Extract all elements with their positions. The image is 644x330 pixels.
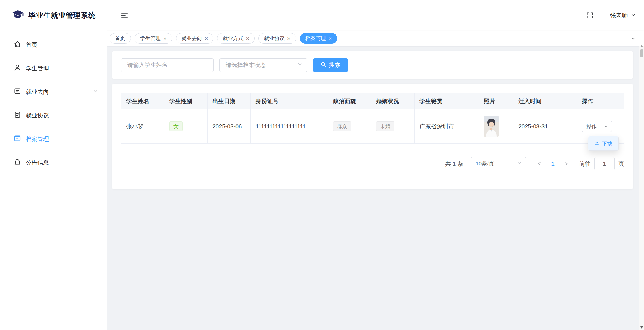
sidebar-item-employment-agreement[interactable]: 就业协议 bbox=[0, 104, 107, 127]
topbar-right: 张老师 bbox=[586, 11, 636, 20]
column-header: 学生籍贯 bbox=[415, 93, 479, 109]
marital-status-tag: 未婚 bbox=[376, 121, 394, 131]
column-header: 学生性别 bbox=[164, 93, 208, 109]
action-button-label: 操作 bbox=[582, 123, 601, 130]
close-icon[interactable]: × bbox=[329, 36, 332, 41]
sidebar-menu: 首页 学生管理 就业去向 就业协议 bbox=[0, 31, 107, 174]
download-label: 下载 bbox=[602, 140, 612, 147]
app-root: 毕业生就业管理系统 首页 学生管理 就业去向 bbox=[0, 0, 644, 330]
tab-label: 首页 bbox=[115, 35, 125, 42]
search-button-label: 搜索 bbox=[329, 61, 340, 69]
goto-label: 前往 bbox=[579, 160, 591, 168]
page-number-1[interactable]: 1 bbox=[546, 157, 559, 170]
cell-photo bbox=[479, 109, 513, 144]
fullscreen-icon[interactable] bbox=[586, 11, 594, 19]
student-name-input[interactable] bbox=[121, 58, 214, 72]
page-size-value: 10条/页 bbox=[476, 160, 494, 167]
close-icon[interactable]: × bbox=[205, 36, 208, 41]
main-panel: 张老师 首页 学生管理 × 就业去向 × 就业方式 × bbox=[107, 0, 644, 330]
app-title: 毕业生就业管理系统 bbox=[28, 11, 96, 20]
column-header: 照片 bbox=[479, 93, 513, 109]
sidebar-item-archive-management[interactable]: 档案管理 bbox=[0, 127, 107, 151]
cell-marital-status: 未婚 bbox=[371, 109, 415, 144]
document-check-icon bbox=[14, 111, 21, 120]
cell-student-name: 张小斐 bbox=[121, 109, 164, 144]
page-size-select[interactable]: 10条/页 bbox=[471, 157, 526, 170]
sidebar-item-students[interactable]: 学生管理 bbox=[0, 57, 107, 80]
cell-move-in-date: 2025-03-31 bbox=[513, 109, 577, 144]
chevron-down-icon bbox=[631, 12, 636, 19]
sidebar-item-label: 公告信息 bbox=[26, 159, 98, 167]
cell-birth-date: 2025-03-06 bbox=[208, 109, 251, 144]
download-menu-item[interactable]: 下载 bbox=[588, 136, 618, 150]
page-suffix-label: 页 bbox=[618, 160, 624, 168]
tab-label: 学生管理 bbox=[140, 35, 161, 42]
search-icon bbox=[321, 61, 326, 69]
scrollbar[interactable] bbox=[639, 46, 644, 330]
user-menu[interactable]: 张老师 bbox=[610, 11, 636, 20]
cell-id-number: 111111111111111111 bbox=[251, 109, 328, 144]
tab-label: 就业协议 bbox=[264, 35, 285, 42]
close-icon[interactable]: × bbox=[246, 36, 249, 41]
cell-actions: 操作 bbox=[577, 109, 624, 144]
goto-page-input[interactable] bbox=[594, 157, 615, 170]
archive-table: 学生姓名 学生性别 出生日期 身份证号 政治面貌 婚姻状况 学生籍贯 照片 迁入… bbox=[121, 93, 624, 144]
collapse-sidebar-icon[interactable] bbox=[120, 11, 129, 20]
graduation-cap-icon bbox=[12, 9, 24, 22]
user-icon bbox=[14, 64, 21, 73]
column-header: 学生姓名 bbox=[121, 93, 164, 109]
tab-student-management[interactable]: 学生管理 × bbox=[135, 33, 172, 44]
logo: 毕业生就业管理系统 bbox=[0, 0, 107, 31]
tab-label: 就业去向 bbox=[181, 35, 202, 42]
tab-employment-method[interactable]: 就业方式 × bbox=[217, 33, 255, 44]
select-placeholder: 请选择档案状态 bbox=[226, 61, 266, 69]
tab-employment-direction[interactable]: 就业去向 × bbox=[176, 33, 214, 44]
sidebar-item-employment-direction[interactable]: 就业去向 bbox=[0, 80, 107, 104]
close-icon[interactable]: × bbox=[287, 36, 291, 41]
column-header: 出生日期 bbox=[208, 93, 251, 109]
cell-gender: 女 bbox=[164, 109, 208, 144]
student-photo[interactable] bbox=[484, 116, 499, 137]
tab-employment-agreement[interactable]: 就业协议 × bbox=[258, 33, 296, 44]
home-icon bbox=[14, 40, 21, 49]
next-page-button[interactable] bbox=[559, 157, 573, 170]
search-button[interactable]: 搜索 bbox=[313, 58, 348, 72]
column-header: 婚姻状况 bbox=[371, 93, 415, 109]
tab-home[interactable]: 首页 bbox=[110, 33, 131, 44]
bell-icon bbox=[14, 158, 21, 167]
gender-tag: 女 bbox=[169, 121, 183, 131]
archive-table-panel: 学生姓名 学生性别 出生日期 身份证号 政治面貌 婚姻状况 学生籍贯 照片 迁入… bbox=[112, 84, 633, 189]
cell-hometown: 广东省深圳市 bbox=[415, 109, 479, 144]
sidebar-item-home[interactable]: 首页 bbox=[0, 33, 107, 57]
total-count: 共 1 条 bbox=[445, 160, 463, 168]
sidebar-item-label: 就业去向 bbox=[26, 88, 88, 96]
chevron-down-icon bbox=[601, 124, 612, 129]
tab-archive-management[interactable]: 档案管理 × bbox=[300, 33, 338, 44]
action-dropdown: 操作 bbox=[582, 121, 612, 132]
board-icon bbox=[14, 87, 21, 97]
user-name: 张老师 bbox=[610, 11, 628, 20]
close-icon[interactable]: × bbox=[163, 36, 167, 41]
scrollbar-up-arrow[interactable] bbox=[640, 45, 643, 47]
action-dropdown-menu: 下载 bbox=[588, 136, 619, 151]
chevron-down-icon bbox=[517, 161, 522, 167]
scrollbar-thumb[interactable] bbox=[640, 49, 643, 57]
tabs-more-button[interactable] bbox=[627, 31, 639, 46]
prev-page-button[interactable] bbox=[533, 157, 546, 170]
archive-status-select[interactable]: 请选择档案状态 bbox=[219, 58, 307, 72]
content-area: 请选择档案状态 搜索 bbox=[107, 46, 644, 330]
column-header: 身份证号 bbox=[251, 93, 328, 109]
action-dropdown-button[interactable]: 操作 bbox=[582, 121, 612, 132]
tab-label: 就业方式 bbox=[223, 35, 243, 42]
sidebar-item-label: 首页 bbox=[26, 41, 98, 49]
column-header: 迁入时间 bbox=[513, 93, 577, 109]
chevron-down-icon bbox=[93, 89, 98, 95]
tabs-bar: 首页 学生管理 × 就业去向 × 就业方式 × 就业协议 × 档案管理 × bbox=[107, 31, 644, 46]
table-header-row: 学生姓名 学生性别 出生日期 身份证号 政治面貌 婚姻状况 学生籍贯 照片 迁入… bbox=[121, 93, 624, 109]
search-panel: 请选择档案状态 搜索 bbox=[112, 51, 633, 79]
top-header: 张老师 bbox=[107, 0, 644, 31]
scrollbar-down-arrow[interactable] bbox=[640, 326, 643, 329]
chevron-down-icon bbox=[297, 62, 302, 68]
sidebar-item-announcements[interactable]: 公告信息 bbox=[0, 151, 107, 174]
sidebar-item-label: 档案管理 bbox=[26, 135, 98, 143]
